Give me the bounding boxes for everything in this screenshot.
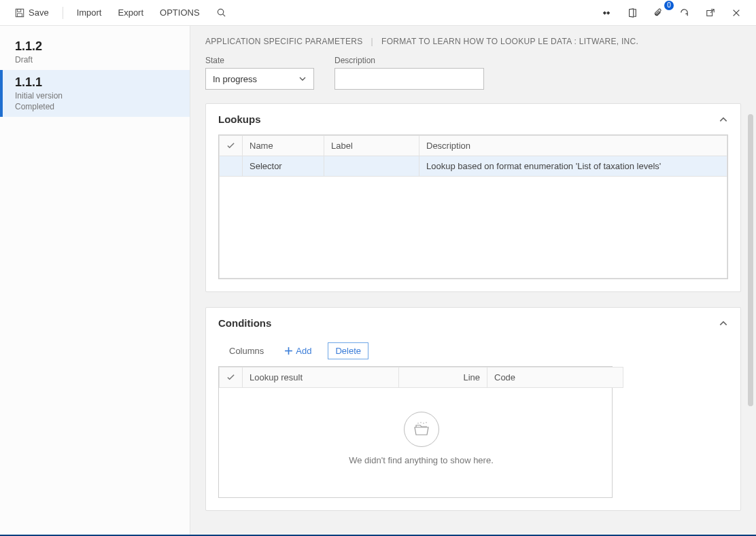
version-number: 1.1.2 [15, 39, 175, 54]
version-nav: 1.1.2 Draft 1.1.1 Initial version Comple… [0, 26, 190, 536]
cell-name: Selector [243, 156, 324, 177]
options-button[interactable]: OPTIONS [153, 3, 207, 22]
description-field: Description [334, 56, 484, 90]
office-icon [628, 8, 637, 18]
add-label: Add [296, 346, 311, 356]
search-icon [216, 7, 226, 18]
svg-point-12 [423, 423, 424, 423]
svg-line-4 [222, 14, 224, 16]
add-button[interactable]: Add [280, 343, 315, 359]
conditions-header[interactable]: Conditions [206, 308, 740, 338]
columns-label: Columns [229, 346, 264, 356]
empty-folder-icon [404, 412, 439, 447]
version-item-1-1-1[interactable]: 1.1.1 Initial version Completed [0, 70, 190, 117]
col-code[interactable]: Code [487, 368, 623, 388]
save-icon [15, 8, 24, 18]
state-value: In progress [213, 74, 257, 84]
lookups-header-row: Name Label Description [220, 136, 727, 156]
lookups-grid: Name Label Description Selector Lookup b… [218, 135, 728, 279]
export-label: Export [118, 7, 143, 18]
search-button[interactable] [209, 3, 233, 22]
import-label: Import [77, 7, 102, 18]
breadcrumb-right: Format to learn how to lookup LE data : … [381, 37, 638, 46]
conditions-panel: Conditions Columns Add [205, 307, 741, 511]
col-description[interactable]: Description [419, 136, 727, 156]
description-input[interactable] [334, 68, 484, 90]
delete-button[interactable]: Delete [328, 342, 368, 359]
export-button[interactable]: Export [111, 3, 150, 22]
version-item-1-1-2[interactable]: 1.1.2 Draft [0, 34, 190, 70]
refresh-button[interactable] [672, 3, 696, 22]
cell-label [324, 156, 419, 177]
plus-icon [284, 346, 293, 355]
version-status-2: Completed [15, 102, 175, 111]
svg-rect-1 [18, 9, 21, 12]
breadcrumb-separator: | [371, 37, 373, 46]
close-button[interactable] [725, 4, 748, 22]
version-status: Draft [15, 55, 175, 65]
separator [63, 7, 63, 19]
options-label: OPTIONS [160, 7, 200, 18]
import-button[interactable]: Import [70, 3, 109, 22]
chevron-down-icon [298, 75, 307, 83]
columns-button[interactable]: Columns [225, 343, 268, 359]
breadcrumb: Application specific parameters | Format… [205, 37, 741, 46]
lookups-row[interactable]: Selector Lookup based on format enumerat… [220, 156, 727, 177]
empty-text: We didn't find anything to show here. [349, 455, 494, 465]
save-button[interactable]: Save [8, 3, 56, 22]
svg-rect-2 [18, 13, 22, 16]
chevron-up-icon [719, 319, 728, 328]
breadcrumb-left: Application specific parameters [205, 37, 363, 46]
select-all-header[interactable] [220, 368, 243, 388]
state-label: State [205, 56, 314, 65]
popout-icon [706, 8, 715, 18]
save-label: Save [29, 7, 49, 18]
refresh-icon [679, 7, 689, 18]
main-content: Application specific parameters | Format… [190, 26, 756, 536]
office-button[interactable] [621, 4, 644, 22]
svg-rect-0 [16, 9, 23, 16]
close-icon [732, 8, 741, 18]
col-lookup-result[interactable]: Lookup result [243, 368, 399, 388]
delete-label: Delete [335, 346, 361, 356]
col-line[interactable]: Line [399, 368, 487, 388]
popout-button[interactable] [699, 4, 722, 22]
connector-button[interactable] [595, 4, 618, 22]
col-label[interactable]: Label [324, 136, 419, 156]
conditions-grid: Lookup result Line Code [218, 366, 613, 498]
version-status: Initial version [15, 91, 175, 101]
conditions-toolbar: Columns Add Delete [218, 338, 728, 366]
command-bar: Save Import Export OPTIONS [0, 0, 756, 26]
paperclip-icon [653, 7, 663, 18]
svg-point-11 [420, 422, 421, 423]
grid-empty-space [220, 177, 727, 279]
select-all-header[interactable] [220, 136, 243, 156]
connector-icon [602, 8, 611, 18]
conditions-empty-row: We didn't find anything to show here. [220, 388, 623, 498]
empty-state: We didn't find anything to show here. [226, 393, 617, 493]
description-label: Description [334, 56, 484, 65]
svg-point-10 [417, 423, 418, 423]
attachments-badge: 0 [664, 1, 674, 10]
state-field: State In progress [205, 56, 314, 90]
conditions-header-row: Lookup result Line Code [220, 368, 623, 388]
lookups-panel: Lookups Name [205, 103, 741, 292]
attachments-button[interactable]: 0 [647, 3, 670, 22]
col-name[interactable]: Name [243, 136, 324, 156]
svg-point-3 [218, 9, 223, 14]
cell-description: Lookup based on format enumeration 'List… [419, 156, 727, 177]
version-number: 1.1.1 [15, 75, 175, 90]
state-select[interactable]: In progress [205, 68, 314, 90]
conditions-title: Conditions [218, 317, 271, 329]
scrollbar[interactable] [748, 114, 753, 406]
lookups-title: Lookups [218, 113, 261, 125]
svg-rect-5 [707, 10, 712, 16]
chevron-up-icon [719, 115, 728, 124]
row-select[interactable] [220, 156, 243, 177]
svg-point-13 [426, 422, 426, 423]
lookups-header[interactable]: Lookups [206, 104, 740, 135]
